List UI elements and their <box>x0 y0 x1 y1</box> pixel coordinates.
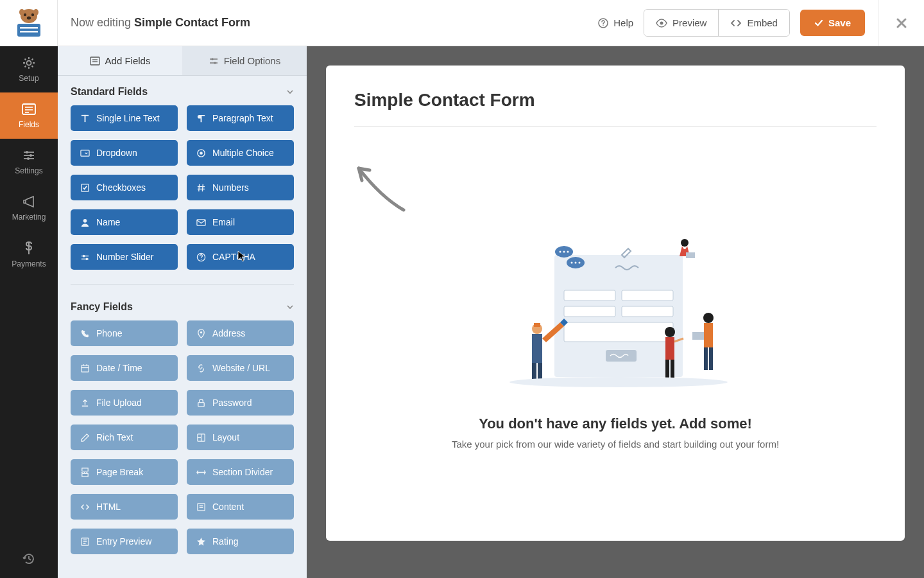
help-button[interactable]: Help <box>598 17 633 28</box>
svg-point-11 <box>660 21 663 24</box>
field-label: Website / URL <box>212 363 270 373</box>
field-address[interactable]: Address <box>187 320 294 346</box>
tab-add-fields[interactable]: Add Fields <box>58 46 182 75</box>
nav-history[interactable] <box>0 539 58 578</box>
svg-rect-85 <box>692 332 704 340</box>
svg-point-29 <box>214 62 216 64</box>
svg-rect-67 <box>564 306 615 317</box>
field-label: Section Divider <box>212 467 273 477</box>
field-content[interactable]: Content <box>187 494 294 520</box>
nav-fields[interactable]: Fields <box>0 92 58 139</box>
nav-settings[interactable]: Settings <box>0 139 58 185</box>
field-page-break[interactable]: Page Break <box>71 459 178 485</box>
field-label: Single Line Text <box>96 113 160 123</box>
svg-point-12 <box>27 61 31 66</box>
save-button[interactable]: Save <box>800 10 865 36</box>
slider-icon <box>80 252 90 262</box>
field-multiple-choice[interactable]: Multiple Choice <box>187 140 294 166</box>
empty-illustration <box>493 236 737 396</box>
field-date-time[interactable]: Date / Time <box>71 355 178 381</box>
hash-icon <box>196 183 206 193</box>
svg-rect-82 <box>534 323 540 327</box>
tab-field-options[interactable]: Field Options <box>182 46 307 75</box>
field-rich-text[interactable]: Rich Text <box>71 425 178 450</box>
svg-point-43 <box>200 259 201 260</box>
field-checkboxes[interactable]: Checkboxes <box>71 175 178 200</box>
svg-rect-32 <box>80 150 89 155</box>
text-icon <box>80 114 90 123</box>
nav-marketing[interactable]: Marketing <box>0 185 58 231</box>
field-layout[interactable]: Layout <box>187 425 294 450</box>
app-logo[interactable] <box>0 0 58 46</box>
svg-point-27 <box>211 58 213 60</box>
embed-button[interactable]: Embed <box>718 10 789 36</box>
field-entry-preview[interactable]: Entry Preview <box>71 529 178 554</box>
fields-grid: Single Line TextParagraph TextDropdownMu… <box>58 105 307 280</box>
field-paragraph-text[interactable]: Paragraph Text <box>187 105 294 131</box>
title-area: Now editing Simple Contact Form <box>58 16 598 30</box>
field-label: Page Break <box>96 467 143 477</box>
preview-icon <box>80 537 90 547</box>
field-label: Rating <box>212 536 238 547</box>
preview-button[interactable]: Preview <box>644 10 718 36</box>
nav-payments[interactable]: Payments <box>0 231 58 277</box>
field-label: Phone <box>96 328 122 338</box>
calendar-icon <box>80 363 90 373</box>
field-file-upload[interactable]: File Upload <box>71 390 178 416</box>
svg-rect-68 <box>622 306 673 317</box>
svg-point-73 <box>563 251 565 253</box>
help-icon <box>598 18 608 28</box>
top-actions: Help Preview Embed Save <box>598 9 878 37</box>
nav-setup[interactable]: Setup <box>0 46 58 92</box>
field-section-divider[interactable]: Section Divider <box>187 459 294 485</box>
field-label: Content <box>212 502 244 512</box>
code-icon <box>730 19 742 28</box>
svg-rect-69 <box>564 322 673 342</box>
field-single-line-text[interactable]: Single Line Text <box>71 105 178 131</box>
field-label: Number Slider <box>96 252 153 262</box>
field-name[interactable]: Name <box>71 209 178 235</box>
upload-icon <box>80 398 90 408</box>
tab-add-fields-label: Add Fields <box>105 55 151 66</box>
field-numbers[interactable]: Numbers <box>187 175 294 200</box>
field-dropdown[interactable]: Dropdown <box>71 140 178 166</box>
field-captcha[interactable]: CAPTCHA <box>187 244 294 270</box>
field-label: Multiple Choice <box>212 148 274 158</box>
svg-rect-49 <box>198 402 203 407</box>
radio-icon <box>196 148 206 158</box>
fields-grid: PhoneAddressDate / TimeWebsite / URLFile… <box>58 320 307 565</box>
field-website-url[interactable]: Website / URL <box>187 355 294 381</box>
field-number-slider[interactable]: Number Slider <box>71 244 178 270</box>
wpforms-logo-icon <box>12 8 46 38</box>
arrow-hint-icon <box>349 159 413 216</box>
svg-rect-57 <box>197 503 204 510</box>
field-phone[interactable]: Phone <box>71 320 178 346</box>
form-title[interactable]: Simple Contact Form <box>354 90 877 110</box>
form-name[interactable]: Simple Contact Form <box>134 16 250 29</box>
field-email[interactable]: Email <box>187 209 294 235</box>
section-header[interactable]: Fancy Fields <box>58 291 307 320</box>
svg-point-83 <box>665 327 675 337</box>
field-label: Checkboxes <box>96 182 146 193</box>
svg-point-76 <box>571 262 573 264</box>
divider-icon <box>196 468 206 477</box>
svg-rect-65 <box>564 290 615 301</box>
field-rating[interactable]: Rating <box>187 529 294 554</box>
code-icon <box>80 502 90 512</box>
form-icon <box>21 102 37 116</box>
lock-icon <box>196 398 206 408</box>
gear-icon <box>22 56 36 70</box>
field-html[interactable]: HTML <box>71 494 178 520</box>
section-header[interactable]: Standard Fields <box>58 76 307 105</box>
link-icon <box>196 363 206 373</box>
svg-rect-45 <box>81 365 88 371</box>
form-canvas[interactable]: Simple Contact Form <box>326 66 905 541</box>
close-button[interactable] <box>878 0 924 46</box>
save-label: Save <box>828 17 851 28</box>
field-password[interactable]: Password <box>187 390 294 416</box>
field-label: HTML <box>96 502 121 512</box>
list-icon <box>90 57 100 66</box>
section-title: Standard Fields <box>71 86 148 98</box>
field-label: Name <box>96 217 120 227</box>
dropdown-icon <box>80 148 90 158</box>
